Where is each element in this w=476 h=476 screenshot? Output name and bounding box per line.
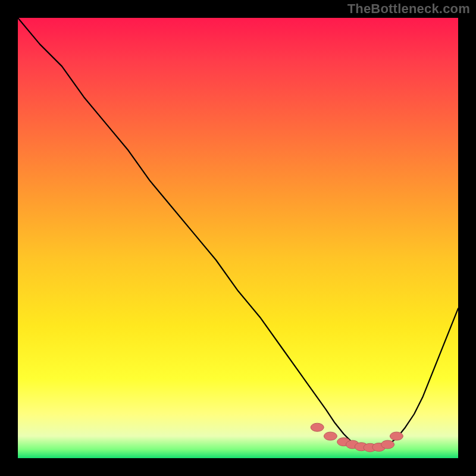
marker-dot [381,440,394,449]
chart-frame: TheBottleneck.com [0,0,476,476]
marker-dot [390,432,403,440]
bottleneck-curve-line [18,18,458,449]
plot-area [18,18,458,458]
watermark-text: TheBottleneck.com [347,1,470,17]
marker-dot [324,432,337,440]
marker-dot [311,423,324,431]
bottom-marker-cluster [311,423,403,452]
chart-svg [18,18,458,458]
